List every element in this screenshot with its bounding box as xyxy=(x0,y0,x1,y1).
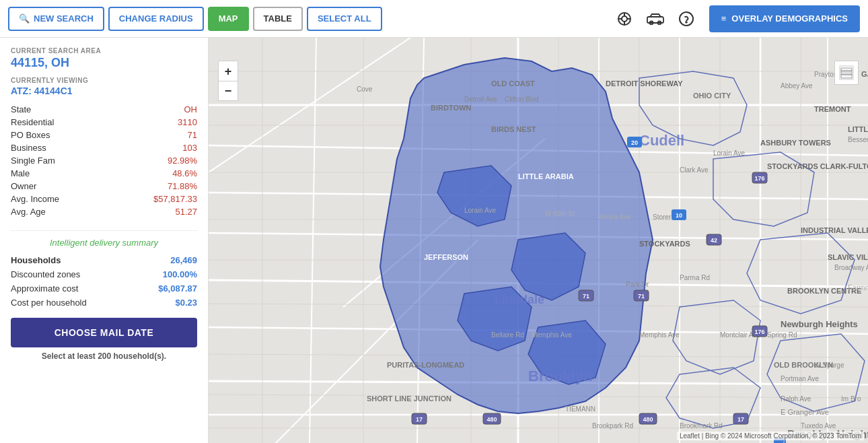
stats-row: PO Boxes71 xyxy=(11,129,197,141)
svg-text:Cove: Cove xyxy=(357,86,373,93)
stats-table: StateOHResidential3110PO Boxes71Business… xyxy=(11,103,197,218)
svg-text:Spring Rd: Spring Rd xyxy=(767,331,797,339)
stat-label: Avg. Age xyxy=(11,205,109,218)
sidebar: CURRENT SEARCH AREA 44115, OH CURRENTLY … xyxy=(0,38,209,443)
delivery-row: Approximate cost$6,087.87 xyxy=(11,281,197,296)
help-icon[interactable] xyxy=(677,9,696,28)
current-search-area-label: CURRENT SEARCH AREA xyxy=(11,47,197,55)
zoom-in-button[interactable]: + xyxy=(218,61,238,81)
delivery-label: Discounted zones xyxy=(11,267,134,281)
svg-text:JEFFERSON: JEFFERSON xyxy=(424,253,468,261)
svg-text:Almira Ave: Almira Ave xyxy=(599,213,631,221)
current-search-area-value: 44115, OH xyxy=(11,56,197,70)
svg-text:Newburgh Heights: Newburgh Heights xyxy=(781,319,858,329)
stat-value: $57,817.33 xyxy=(109,193,197,205)
svg-text:DETROIT SHOREWAY: DETROIT SHOREWAY xyxy=(606,79,683,88)
svg-text:71: 71 xyxy=(638,293,645,300)
table-button[interactable]: TABLE xyxy=(253,7,303,31)
filter-icon: ≡ xyxy=(721,13,727,24)
stat-label: Avg. Income xyxy=(11,193,109,205)
map-button[interactable]: MAP xyxy=(208,7,249,31)
svg-text:480: 480 xyxy=(643,416,653,423)
stat-label: Male xyxy=(11,167,109,180)
svg-text:Bellaire Rd: Bellaire Rd xyxy=(491,331,524,339)
stats-row: Business103 xyxy=(11,141,197,154)
delivery-value: $0.23 xyxy=(134,296,197,310)
delivery-table: Households26,469Discounted zones100.00%A… xyxy=(11,253,197,310)
history-icon[interactable] xyxy=(615,9,634,28)
stat-label: State xyxy=(11,103,109,116)
stat-value: 71 xyxy=(109,129,197,141)
svg-text:176: 176 xyxy=(754,175,764,182)
svg-text:E Granger Ave: E Granger Ave xyxy=(781,408,829,416)
svg-text:Ralph Ave: Ralph Ave xyxy=(781,395,811,403)
main-content: CURRENT SEARCH AREA 44115, OH CURRENTLY … xyxy=(0,38,868,443)
svg-text:BIRDTOWN: BIRDTOWN xyxy=(431,104,471,112)
stat-label: Single Fam xyxy=(11,154,109,167)
svg-text:20: 20 xyxy=(631,139,638,146)
stat-label: PO Boxes xyxy=(11,129,109,141)
new-search-button[interactable]: 🔍 NEW SEARCH xyxy=(8,7,104,31)
svg-text:Broadway Ave: Broadway Ave xyxy=(834,264,868,271)
svg-text:GARDEN VALLEY: GARDEN VALLEY xyxy=(861,70,868,78)
svg-text:STOCKYARDS: STOCKYARDS xyxy=(639,240,690,248)
currently-viewing-label: CURRENTLY VIEWING xyxy=(11,77,197,84)
toolbar: 🔍 NEW SEARCH CHANGE RADIUS MAP TABLE SEL… xyxy=(0,0,868,38)
select-all-button[interactable]: SELECT ALL xyxy=(307,7,382,31)
delivery-label: Cost per household xyxy=(11,296,134,310)
svg-text:17: 17 xyxy=(416,416,423,423)
svg-text:Im Bro: Im Bro xyxy=(841,395,861,403)
map-attribution: Leaflet | Bing © 2024 Microsoft Corporat… xyxy=(677,432,864,440)
svg-point-9 xyxy=(680,12,693,26)
svg-text:PURITAS-LONGMEAD: PURITAS-LONGMEAD xyxy=(387,361,464,369)
svg-rect-139 xyxy=(841,75,852,78)
svg-text:Brooklyn: Brooklyn xyxy=(528,368,592,384)
svg-text:Clifton Blvd: Clifton Blvd xyxy=(505,96,539,103)
delivery-value: $6,087.87 xyxy=(134,281,197,296)
svg-text:Farmm: Farmm xyxy=(848,283,868,292)
svg-text:ASHBURY TOWERS: ASHBURY TOWERS xyxy=(760,139,831,147)
choose-mail-date-button[interactable]: CHOOSE MAIL DATE xyxy=(11,318,197,347)
change-radius-button[interactable]: CHANGE RADIUS xyxy=(108,7,204,31)
svg-text:Clark Ave: Clark Ave xyxy=(680,166,709,174)
svg-text:Brookpark Rd: Brookpark Rd xyxy=(592,422,633,430)
svg-text:Park-Dr: Park-Dr xyxy=(626,281,649,288)
stat-label: Business xyxy=(11,141,109,154)
delivery-row: Cost per household$0.23 xyxy=(11,296,197,310)
stats-row: Avg. Income$57,817.33 xyxy=(11,193,197,205)
svg-point-1 xyxy=(622,16,627,22)
overlay-demographics-button[interactable]: ≡ OVERLAY DEMOGRAPHICS xyxy=(709,5,860,32)
svg-text:Parma Rd: Parma Rd xyxy=(680,274,710,281)
svg-text:Abbey Ave: Abbey Ave xyxy=(781,82,813,90)
zoom-out-button[interactable]: − xyxy=(218,81,238,101)
svg-text:W Spurge: W Spurge xyxy=(814,362,844,369)
svg-text:LITTLE BOHEMIA: LITTLE BOHEMIA xyxy=(848,125,868,133)
delivery-value: 100.00% xyxy=(134,267,197,281)
layers-button[interactable] xyxy=(834,61,859,85)
svg-text:Memphis Ave: Memphis Ave xyxy=(532,331,572,339)
delivery-label: Approximate cost xyxy=(11,281,134,296)
svg-text:TIEMANN: TIEMANN xyxy=(565,405,595,413)
svg-text:BIRDS NEST: BIRDS NEST xyxy=(491,125,536,133)
map-container[interactable]: OLD COAST Detroit Ave BIRDTOWN Cove Clif… xyxy=(209,38,868,443)
delivery-label: Households xyxy=(11,253,134,267)
svg-text:SLAVIC VILLAGE: SLAVIC VILLAGE xyxy=(828,253,868,261)
stat-value: OH xyxy=(109,103,197,116)
svg-text:71: 71 xyxy=(583,293,589,300)
stat-value: 51.27 xyxy=(109,205,197,218)
svg-text:17: 17 xyxy=(737,416,744,423)
stats-row: Owner71.88% xyxy=(11,180,197,193)
svg-text:SHORT LINE JUNCTION: SHORT LINE JUNCTION xyxy=(367,395,451,403)
svg-text:10: 10 xyxy=(676,212,682,219)
svg-text:176: 176 xyxy=(754,329,764,335)
sidebar-note: Select at least 200 household(s). xyxy=(11,351,197,361)
svg-text:Lorain Ave: Lorain Ave xyxy=(464,207,497,214)
stat-value: 92.98% xyxy=(109,154,197,167)
stat-value: 103 xyxy=(109,141,197,154)
svg-text:INDUSTRIAL VALLEY BROOKLYN HEI: INDUSTRIAL VALLEY BROOKLYN HEIGHTS xyxy=(801,226,868,234)
svg-text:Cudell: Cudell xyxy=(639,132,684,149)
svg-text:42: 42 xyxy=(711,237,717,244)
car-icon[interactable] xyxy=(646,9,665,28)
stats-row: Avg. Age51.27 xyxy=(11,205,197,218)
svg-text:480: 480 xyxy=(486,416,497,423)
